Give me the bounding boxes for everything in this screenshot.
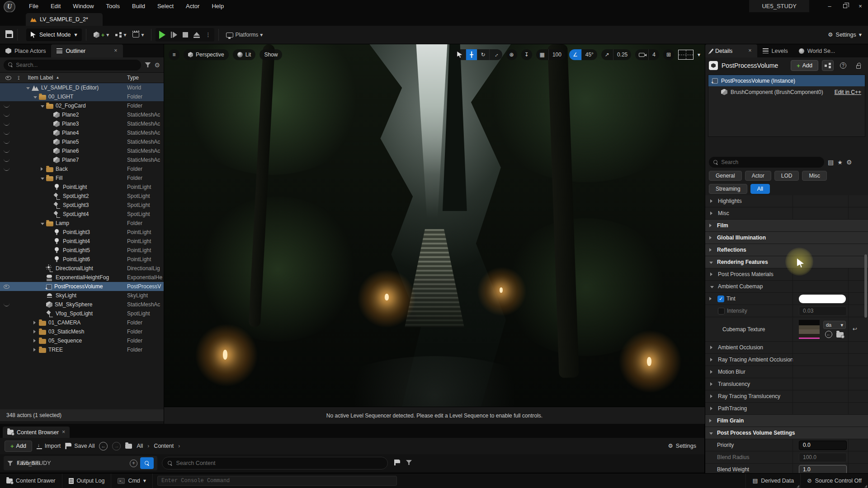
move-tool[interactable] xyxy=(466,49,476,60)
outliner-row-postprocessvolume[interactable]: PostProcessVolumePostProcessV xyxy=(0,282,164,291)
forward-button[interactable] xyxy=(112,442,121,450)
surface-snap-button[interactable] xyxy=(521,49,532,60)
viewport-options-menu[interactable] xyxy=(169,49,179,60)
expander-arrow-icon[interactable] xyxy=(41,220,46,226)
global-illumination-row[interactable]: Global Illumination xyxy=(705,232,868,244)
tint-color-swatch[interactable] xyxy=(799,295,846,303)
reset-property-icon[interactable] xyxy=(853,326,857,332)
settings-dropdown[interactable]: Settings xyxy=(828,32,862,38)
menu-edit[interactable]: Edit xyxy=(51,3,61,9)
expander-arrow-icon[interactable] xyxy=(33,328,39,335)
skip-frame-button[interactable] xyxy=(171,32,177,38)
tab-levels[interactable]: Levels xyxy=(757,44,793,57)
outliner-row-pointlight3[interactable]: PointLight3PointLight xyxy=(0,228,164,237)
play-options-kebab[interactable] xyxy=(205,32,211,38)
expander-arrow-icon[interactable] xyxy=(26,84,32,91)
outliner-row-spotlight3[interactable]: SpotLight3SpotLight xyxy=(0,201,164,210)
close-button[interactable] xyxy=(853,0,868,12)
cb-path-filter-box[interactable]: Favorites UE5_STUDY xyxy=(4,456,157,470)
filter-chip-all[interactable]: All xyxy=(750,184,770,194)
details-scrollbar[interactable] xyxy=(864,254,867,318)
outliner-row-05-sequence[interactable]: 05_SequenceFolder xyxy=(0,336,164,345)
menu-file[interactable]: File xyxy=(29,3,38,9)
play-button[interactable] xyxy=(159,31,165,39)
outliner-row-03-staticmesh[interactable]: 03_StaticMeshFolder xyxy=(0,327,164,336)
restore-button[interactable] xyxy=(837,0,853,12)
item-label-column[interactable]: Item Label xyxy=(28,75,53,81)
rotation-snap-toggle[interactable] xyxy=(569,49,581,60)
expander-arrow-icon[interactable] xyxy=(41,175,46,181)
expander-arrow-icon[interactable] xyxy=(709,296,715,302)
output-log-button[interactable]: Output Log xyxy=(62,474,112,488)
expander-arrow-icon[interactable] xyxy=(33,94,39,100)
filter-chip-streaming[interactable]: Streaming xyxy=(709,184,747,194)
filter-chip-lod[interactable]: LOD xyxy=(774,171,799,181)
lock-button[interactable] xyxy=(853,60,864,71)
component-hierarchy-button[interactable] xyxy=(822,60,834,71)
eye-closed-icon[interactable] xyxy=(4,113,9,117)
expander-arrow-icon[interactable] xyxy=(709,430,715,436)
expander-arrow-icon[interactable] xyxy=(710,198,716,204)
scale-snap-toggle[interactable] xyxy=(601,49,613,60)
content-browser-tab[interactable]: Content Browser xyxy=(3,427,70,438)
details-search[interactable] xyxy=(709,157,824,168)
outliner-row-pointlight6[interactable]: PointLight6PointLight xyxy=(0,255,164,264)
filter-funnel-icon[interactable] xyxy=(7,461,13,466)
breadcrumb-content[interactable]: Content xyxy=(154,443,174,449)
expander-arrow-icon[interactable] xyxy=(41,103,46,109)
eye-closed-icon[interactable] xyxy=(4,168,9,171)
expander-arrow-icon[interactable] xyxy=(710,344,716,351)
outliner-row-tree[interactable]: TREEFolder xyxy=(0,345,164,354)
expander-arrow-icon[interactable] xyxy=(709,418,715,424)
eye-closed-icon[interactable] xyxy=(4,141,9,144)
maximize-viewport-button[interactable] xyxy=(663,49,674,60)
expander-arrow-icon[interactable] xyxy=(710,271,716,277)
eye-closed-icon[interactable] xyxy=(4,122,9,126)
unreal-logo-icon[interactable]: U xyxy=(4,1,15,13)
show-dropdown[interactable]: Show xyxy=(259,49,282,60)
visibility-column-icon[interactable] xyxy=(5,76,11,80)
browse-to-asset-icon[interactable] xyxy=(836,332,844,338)
outliner-row-vfog-spotlight[interactable]: Vfog_SpotLightSpotLight xyxy=(0,309,164,318)
outliner-row-plane2[interactable]: Plane2StaticMeshAc xyxy=(0,110,164,119)
viewport-scene[interactable] xyxy=(164,44,705,407)
cmd-dropdown[interactable]: >_Cmd xyxy=(111,474,153,488)
outliner-row-plane5[interactable]: Plane5StaticMeshAc xyxy=(0,137,164,146)
outliner-row-fill[interactable]: FillFolder xyxy=(0,174,164,183)
ambient-cubemap-row[interactable]: Ambient Cubemap xyxy=(705,281,868,293)
expander-arrow-icon[interactable] xyxy=(710,357,716,363)
blueprints-dropdown[interactable] xyxy=(112,32,129,38)
details-search-input[interactable] xyxy=(721,159,820,165)
ambient-occlusion-row[interactable]: Ambient Occlusion xyxy=(705,342,868,354)
intensity-row[interactable]: Intensity0.03 xyxy=(705,305,868,317)
console-command-box[interactable] xyxy=(157,476,397,486)
eject-button[interactable] xyxy=(193,32,200,38)
expander-arrow-icon[interactable] xyxy=(33,338,39,344)
cb-filter-icon[interactable] xyxy=(406,460,412,465)
outliner-row-spotlight2[interactable]: SpotLight2SpotLight xyxy=(0,192,164,201)
display-options-icon[interactable] xyxy=(828,159,834,165)
tab-outliner[interactable]: Outliner xyxy=(51,44,123,57)
filter-chip-actor[interactable]: Actor xyxy=(745,171,771,181)
cubemap-thumbnail[interactable] xyxy=(799,320,820,339)
close-tab-icon[interactable] xyxy=(62,429,65,435)
eye-closed-icon[interactable] xyxy=(4,303,9,306)
outliner-row-exponentialheightfog[interactable]: ExponentialHeightFogExponentialHe xyxy=(0,273,164,282)
filter-funnel-icon[interactable] xyxy=(145,62,151,67)
expander-arrow-icon[interactable] xyxy=(709,259,715,265)
motion-blur-row[interactable]: Motion Blur xyxy=(705,366,868,378)
grid-snap-value[interactable]: 100 xyxy=(548,49,565,60)
tint-checkbox[interactable] xyxy=(717,296,724,302)
expander-arrow-icon[interactable] xyxy=(709,235,715,241)
toggle-sources-button[interactable] xyxy=(140,457,154,469)
favorites-icon[interactable] xyxy=(837,160,843,165)
outliner-row-directionallight[interactable]: DirectionalLightDirectionalLig xyxy=(0,264,164,273)
cb-import-button[interactable]: Import xyxy=(37,443,61,449)
scale-tool[interactable] xyxy=(489,49,502,60)
eye-closed-icon[interactable] xyxy=(4,150,9,153)
outliner-row-plane4[interactable]: Plane4StaticMeshAc xyxy=(0,128,164,137)
component-row-instance[interactable]: PostProcessVolume (Instance) xyxy=(708,75,865,86)
cb-save-all-button[interactable]: Save All xyxy=(65,443,94,449)
outliner-row-pointlight5[interactable]: PointLight5PointLight xyxy=(0,246,164,255)
eye-closed-icon[interactable] xyxy=(4,159,9,162)
